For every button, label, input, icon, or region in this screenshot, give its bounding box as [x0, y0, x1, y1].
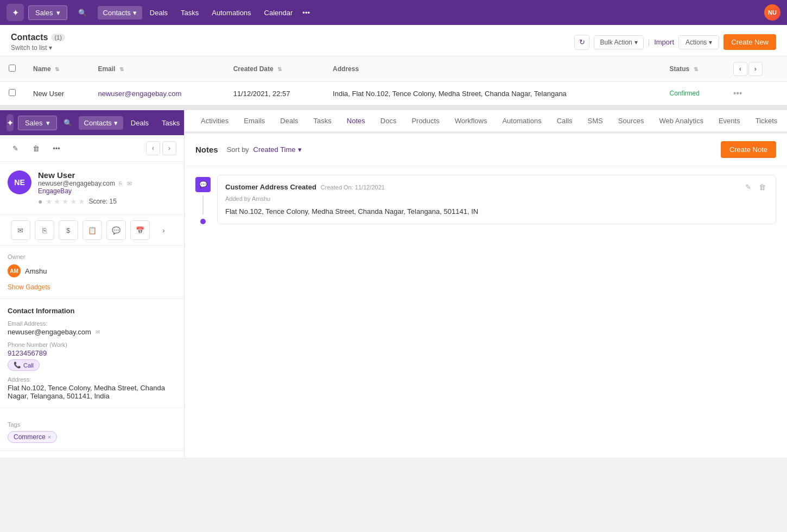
note-card: Customer Address Created Created On: 11/…	[217, 175, 776, 224]
tab-sms[interactable]: SMS	[580, 110, 611, 132]
tab-web-analytics[interactable]: Web Analytics	[651, 110, 710, 132]
user-avatar[interactable]: NU	[764, 4, 780, 21]
nav-deals[interactable]: Deals	[144, 6, 173, 20]
star-1[interactable]: ★	[46, 197, 53, 206]
contacts-title: Contacts	[11, 33, 48, 42]
email-copy-icon[interactable]: ⎘	[119, 180, 123, 187]
note-added-by: Added by Amshu	[225, 195, 768, 202]
email-action-button[interactable]: ✉	[11, 220, 30, 240]
nav-more-icon[interactable]: •••	[302, 9, 310, 17]
prev-contact-button[interactable]: ‹	[146, 141, 160, 155]
tab-docs[interactable]: Docs	[373, 110, 404, 132]
sort-dropdown[interactable]: Created Time ▾	[249, 145, 302, 154]
app-logo[interactable]: ✦	[7, 4, 24, 21]
delete-icon[interactable]: 🗑	[28, 141, 43, 156]
select-all-checkbox[interactable]	[9, 65, 16, 72]
tab-sources[interactable]: Sources	[611, 110, 652, 132]
module-selector[interactable]: Sales ▾	[28, 5, 67, 20]
nav-contacts[interactable]: Contacts ▾	[98, 6, 142, 20]
tab-automations[interactable]: Automations	[494, 110, 549, 132]
star-4[interactable]: ★	[70, 197, 77, 206]
nav-tasks[interactable]: Tasks	[175, 6, 204, 20]
address-label: Address:	[8, 376, 176, 383]
star-5[interactable]: ★	[78, 197, 85, 206]
star-2[interactable]: ★	[54, 197, 61, 206]
tags-container: Commerce ×	[8, 431, 176, 443]
tag-remove-button[interactable]: ×	[48, 434, 51, 440]
contact-profile: NE New User newuser@engagebay.com ⎘ ✉ En…	[0, 162, 184, 214]
bottom-app-logo[interactable]: ✦	[7, 114, 14, 131]
tabs-bar: Activities Emails Deals Tasks Notes Docs…	[185, 110, 787, 132]
note-actions: ✎ 🗑	[743, 182, 768, 192]
tab-deals[interactable]: Deals	[272, 110, 306, 132]
bottom-nav-contacts[interactable]: Contacts ▾	[79, 116, 123, 130]
row-actions-button[interactable]: •••	[733, 88, 742, 98]
bottom-nav-deals[interactable]: Deals	[125, 116, 154, 130]
edit-icon[interactable]: ✎	[8, 141, 23, 156]
next-page-button[interactable]: ›	[748, 62, 763, 76]
contact-stars: ★ ★ ★ ★ ★	[46, 197, 85, 206]
tab-emails[interactable]: Emails	[236, 110, 272, 132]
tab-activities[interactable]: Activities	[193, 110, 236, 132]
bottom-section: ✦ Sales ▾ 🔍 Contacts ▾ Deals Tasks Autom…	[0, 110, 787, 458]
email-sort-icon[interactable]: ⇅	[119, 66, 124, 72]
nav-links: Contacts ▾ Deals Tasks Automations Calen…	[98, 6, 310, 20]
notes-title: Notes	[195, 145, 218, 154]
create-note-button[interactable]: Create Note	[721, 141, 776, 158]
email-icon[interactable]: ✉	[127, 180, 132, 187]
contacts-header: Contacts (1) Switch to list ▾ ↻ Bulk Act…	[0, 25, 787, 56]
quick-actions: ✉ ⎘ $ 📋 💬 📅 ›	[0, 214, 184, 246]
tab-notes[interactable]: Notes	[339, 110, 373, 132]
refresh-button[interactable]: ↻	[574, 35, 589, 50]
star-3[interactable]: ★	[62, 197, 69, 206]
row-status: Confirmed	[661, 82, 725, 105]
contacts-table: Name ⇅ Email ⇅ Created Date ⇅ Address St…	[0, 56, 787, 105]
contact-email-display: newuser@engagebay.com ⎘ ✉	[38, 180, 132, 187]
name-sort-icon[interactable]: ⇅	[55, 66, 59, 72]
date-sort-icon[interactable]: ⇅	[277, 66, 282, 72]
bottom-module-selector[interactable]: Sales ▾	[18, 116, 57, 130]
owner-name: Amshu	[25, 267, 47, 275]
edit-note-button[interactable]: ✎	[743, 182, 753, 192]
tab-workflows[interactable]: Workflows	[447, 110, 495, 132]
import-button[interactable]: Import	[654, 38, 674, 46]
status-sort-icon[interactable]: ⇅	[694, 66, 698, 72]
bottom-nav-tasks[interactable]: Tasks	[156, 116, 185, 130]
tab-calls[interactable]: Calls	[549, 110, 580, 132]
contact-company[interactable]: EngageBay	[38, 187, 132, 195]
task-action-button[interactable]: 📋	[82, 220, 102, 240]
delete-note-button[interactable]: 🗑	[757, 182, 768, 192]
tab-products[interactable]: Products	[404, 110, 447, 132]
calendar-action-button[interactable]: 📅	[130, 220, 150, 240]
bulk-action-button[interactable]: Bulk Action ▾	[594, 35, 643, 49]
create-new-button[interactable]: Create New	[723, 34, 776, 50]
contact-info-title: Contact Information	[8, 307, 176, 315]
phone-label: Phone Number (Work)	[8, 341, 176, 348]
nav-calendar[interactable]: Calendar	[259, 6, 299, 20]
col-created-date: Created Date ⇅	[225, 56, 324, 82]
bottom-navbar: ✦ Sales ▾ 🔍 Contacts ▾ Deals Tasks Autom…	[0, 110, 184, 135]
tab-tickets[interactable]: Tickets	[748, 110, 785, 132]
switch-to-list[interactable]: Switch to list ▾	[11, 44, 65, 52]
email-address-label: Email Address:	[8, 320, 176, 327]
more-actions-button[interactable]: ›	[154, 220, 174, 240]
deal-action-button[interactable]: $	[59, 220, 78, 240]
row-checkbox[interactable]	[9, 89, 16, 96]
email-envelope-icon[interactable]: ✉	[96, 329, 100, 335]
module-label: Sales	[35, 9, 53, 17]
message-action-button[interactable]: 💬	[106, 220, 126, 240]
actions-button[interactable]: Actions ▾	[678, 35, 719, 49]
right-panel: Activities Emails Deals Tasks Notes Docs…	[185, 110, 787, 458]
tab-tasks[interactable]: Tasks	[306, 110, 339, 132]
call-button[interactable]: 📞 Call	[8, 359, 40, 371]
row-email[interactable]: newuser@engagebay.com	[98, 90, 181, 98]
tab-events[interactable]: Events	[711, 110, 748, 132]
next-contact-button[interactable]: ›	[162, 141, 176, 155]
prev-page-button[interactable]: ‹	[733, 62, 747, 76]
more-options-icon[interactable]: •••	[49, 141, 64, 156]
copy-action-button[interactable]: ⎘	[35, 220, 54, 240]
bottom-search-icon[interactable]: 🔍	[64, 114, 72, 131]
search-icon[interactable]: 🔍	[74, 4, 91, 21]
show-gadgets-button[interactable]: Show Gadgets	[8, 283, 50, 291]
nav-automations[interactable]: Automations	[206, 6, 256, 20]
